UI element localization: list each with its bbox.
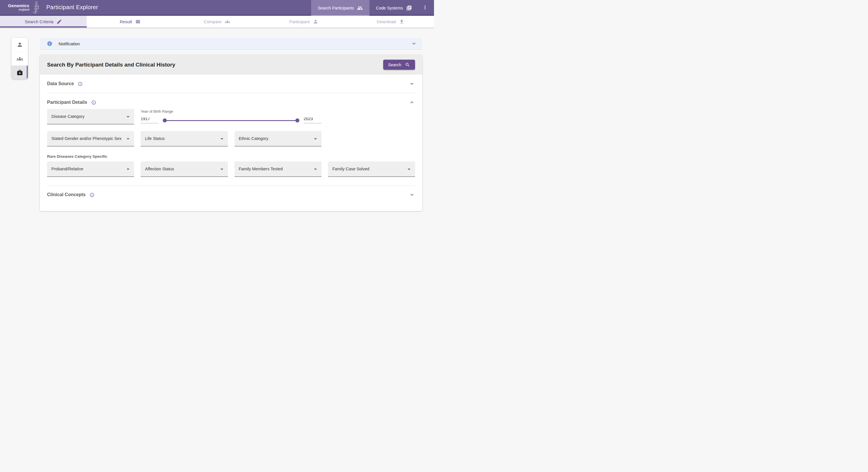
- caret-down-icon: [312, 135, 319, 142]
- notification-banner[interactable]: Notification: [40, 38, 422, 49]
- life-status-label: Life Status: [145, 136, 165, 141]
- participant-details-row-1: Disease Category Year of Birth Range: [47, 109, 415, 125]
- rare-diseases-subheading: Rare Diseases Category Specific: [47, 154, 415, 159]
- caret-down-icon: [125, 166, 131, 173]
- rail-groups-button[interactable]: [11, 52, 28, 65]
- chevron-down-icon[interactable]: [409, 192, 415, 198]
- person-icon: [17, 42, 23, 48]
- caret-down-icon: [125, 135, 131, 142]
- chevron-down-icon[interactable]: [409, 80, 415, 87]
- section-participant-details[interactable]: Participant Details: [47, 93, 415, 107]
- chevron-down-icon[interactable]: [411, 40, 417, 47]
- search-icon: [405, 62, 410, 67]
- medical-bag-icon: [17, 69, 23, 76]
- caret-down-icon: [312, 166, 319, 173]
- notification-title: Notification: [59, 41, 80, 46]
- pencil-icon: [57, 19, 62, 24]
- groups-icon: [17, 56, 23, 62]
- logo-line1: Genomics: [8, 3, 29, 8]
- year-of-birth-row: [141, 117, 321, 123]
- groups-icon: [225, 19, 230, 24]
- data-source-title: Data Source: [47, 81, 74, 86]
- life-status-select[interactable]: Life Status: [141, 131, 228, 146]
- group-icon: [357, 5, 363, 11]
- info-icon: [47, 41, 53, 46]
- info-outline-icon[interactable]: [90, 193, 94, 197]
- search-card: Search By Participant Details and Clinic…: [40, 55, 422, 211]
- content-column: Notification Search By Participant Detai…: [40, 38, 422, 211]
- workflow-tabs: Search Criteria Result Compare Participa…: [0, 16, 434, 28]
- nav-search-participants[interactable]: Search Participants: [311, 0, 369, 16]
- year-max-input[interactable]: [304, 117, 321, 123]
- caret-down-icon: [125, 113, 131, 120]
- list-icon: [135, 19, 141, 24]
- nav-code-systems[interactable]: Code Systems: [369, 0, 418, 16]
- tab-participant-label: Participant: [289, 19, 310, 24]
- rail-person-button[interactable]: [11, 38, 28, 52]
- disease-category-label: Disease Category: [51, 114, 84, 119]
- nav-search-participants-label: Search Participants: [318, 6, 354, 10]
- proband-relative-select[interactable]: Proband/Relative: [47, 162, 134, 177]
- search-mode-rail: [11, 38, 28, 79]
- affection-status-select[interactable]: Affection Status: [141, 162, 228, 177]
- caret-down-icon: [218, 166, 225, 173]
- more-menu-button[interactable]: [418, 0, 432, 15]
- year-of-birth-slider[interactable]: [163, 117, 299, 123]
- tab-compare[interactable]: Compare: [174, 16, 260, 28]
- family-members-tested-label: Family Members Tested: [239, 167, 283, 171]
- tab-download-label: Download: [377, 19, 396, 24]
- proband-relative-label: Proband/Relative: [51, 167, 83, 171]
- tab-result[interactable]: Result: [87, 16, 174, 28]
- info-outline-icon[interactable]: [91, 100, 96, 105]
- logo-text: Genomics england: [8, 3, 29, 11]
- tab-participant[interactable]: Participant: [260, 16, 347, 28]
- kebab-menu-icon: [422, 5, 428, 10]
- family-case-solved-label: Family Case Solved: [332, 167, 369, 171]
- download-icon: [399, 19, 404, 24]
- family-case-solved-select[interactable]: Family Case Solved: [328, 162, 415, 177]
- section-data-source[interactable]: Data Source: [47, 74, 415, 93]
- search-card-header: Search By Participant Details and Clinic…: [40, 55, 422, 74]
- clinical-concepts-title: Clinical Concepts: [47, 192, 86, 197]
- tab-search-criteria[interactable]: Search Criteria: [0, 16, 87, 28]
- affection-status-label: Affection Status: [145, 167, 174, 171]
- rail-clinical-button[interactable]: [11, 65, 28, 79]
- ethnic-category-select[interactable]: Ethnic Category: [235, 131, 321, 146]
- main-content: Notification Search By Participant Detai…: [0, 28, 434, 211]
- tab-result-label: Result: [120, 19, 132, 24]
- slider-handle-max[interactable]: [296, 119, 299, 123]
- rare-diseases-row: Proband/Relative Affection Status Family…: [47, 162, 415, 177]
- slider-handle-min[interactable]: [163, 119, 167, 123]
- disease-category-select[interactable]: Disease Category: [47, 109, 134, 125]
- app-header: Genomics england Participant Explorer Se…: [0, 0, 434, 16]
- family-members-tested-select[interactable]: Family Members Tested: [235, 162, 321, 177]
- section-clinical-concepts[interactable]: Clinical Concepts: [47, 186, 415, 199]
- genomics-england-logo: Genomics england: [8, 1, 40, 14]
- chevron-up-icon[interactable]: [409, 99, 415, 105]
- info-outline-icon[interactable]: [78, 81, 83, 86]
- tab-download[interactable]: Download: [347, 16, 434, 28]
- gender-label: Stated Gender and/or Phenotypic Sex: [51, 136, 121, 141]
- caret-down-icon: [406, 166, 412, 173]
- library-icon: [406, 5, 412, 11]
- year-min-input[interactable]: [141, 117, 158, 123]
- slider-track: [163, 120, 299, 121]
- year-of-birth-label: Year of Birth Range: [141, 109, 321, 113]
- search-card-title: Search By Participant Details and Clinic…: [47, 62, 175, 68]
- search-card-body: Data Source Participant Details Disease …: [40, 74, 422, 211]
- participant-details-row-2: Stated Gender and/or Phenotypic Sex Life…: [47, 131, 415, 146]
- tab-compare-label: Compare: [204, 19, 222, 24]
- tab-search-criteria-label: Search Criteria: [25, 19, 53, 24]
- logo-line2: england: [8, 8, 29, 11]
- search-button[interactable]: Search: [383, 60, 415, 70]
- app-title: Participant Explorer: [46, 4, 98, 11]
- caret-down-icon: [218, 135, 225, 142]
- search-button-label: Search: [388, 63, 401, 67]
- nav-code-systems-label: Code Systems: [376, 6, 403, 10]
- ethnic-category-label: Ethnic Category: [239, 136, 268, 141]
- uk-map-logo-icon: [31, 1, 40, 14]
- year-of-birth-group: Year of Birth Range: [141, 109, 321, 125]
- gender-select[interactable]: Stated Gender and/or Phenotypic Sex: [47, 131, 134, 146]
- participant-details-title: Participant Details: [47, 100, 87, 105]
- person-icon: [313, 19, 318, 24]
